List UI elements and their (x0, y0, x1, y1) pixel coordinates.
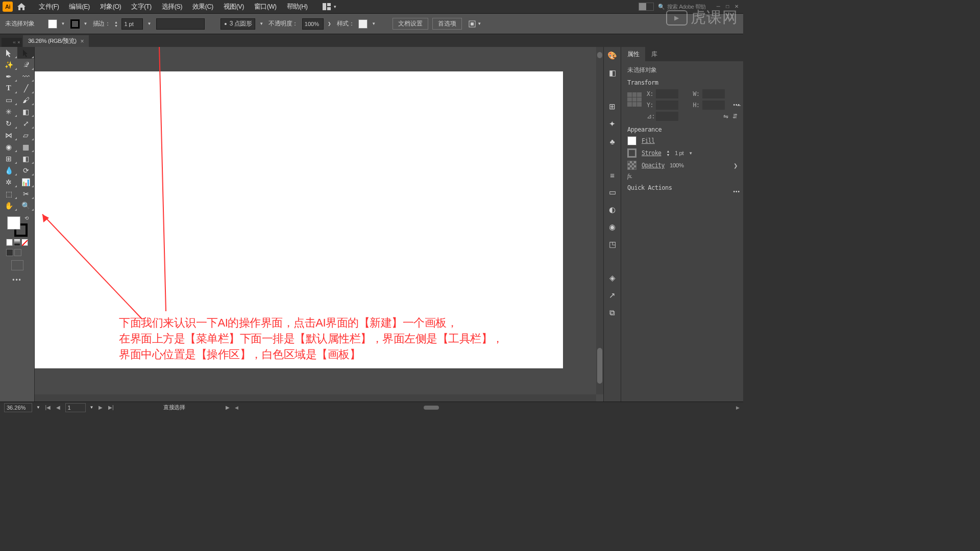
fx-label[interactable]: fx. (627, 173, 632, 179)
swap-colors-icon[interactable]: ⟲ (24, 215, 29, 221)
preferences-button[interactable]: 首选项 (432, 18, 462, 30)
menu-window[interactable]: 窗口(W) (249, 3, 282, 11)
artboard-dropdown-icon[interactable]: ▼ (90, 405, 93, 410)
symbol-sprayer-tool[interactable]: ✲ (0, 176, 17, 188)
arrange-docs-icon[interactable]: ▼ (323, 3, 336, 10)
graph-tool[interactable]: 📊 (17, 176, 35, 188)
appearance-opacity-label[interactable]: Opacity (642, 162, 665, 169)
document-tab[interactable]: 36.26% (RGB/预览) × (23, 35, 89, 47)
color-panel-icon[interactable]: 🎨 (607, 50, 618, 61)
appearance-more-icon[interactable]: ••• (733, 189, 740, 194)
graphic-styles-icon[interactable]: ◳ (607, 239, 618, 250)
collapsed-tab[interactable]: ‹‹ × (2, 38, 22, 47)
menu-select[interactable]: 选择(S) (157, 3, 187, 11)
mesh-tool[interactable]: ⊞ (0, 153, 17, 164)
free-transform-tool[interactable]: ▱ (17, 129, 35, 141)
transform-more-icon[interactable]: ••• (733, 102, 740, 108)
stroke-panel-icon[interactable]: ≡ (607, 169, 618, 181)
reference-point-selector[interactable] (627, 92, 642, 107)
artboard-nav-input[interactable] (65, 403, 86, 412)
rectangle-tool[interactable]: ▭ (0, 94, 17, 106)
perspective-tool[interactable]: ▦ (17, 141, 35, 153)
gradient-panel-icon[interactable]: ▭ (607, 187, 618, 198)
type-tool[interactable]: T (0, 82, 17, 94)
color-mode-icon[interactable] (6, 239, 13, 246)
appearance-stroke-swatch[interactable] (627, 148, 636, 158)
brushes-panel-icon[interactable]: ✦ (607, 118, 618, 130)
horizontal-scrollbar[interactable] (35, 394, 596, 402)
direct-selection-tool[interactable] (17, 47, 35, 59)
appearance-opacity-swatch[interactable] (627, 161, 636, 170)
slice-tool[interactable]: ✂ (17, 188, 35, 199)
menu-object[interactable]: 对象(O) (95, 3, 127, 11)
appearance-panel-icon[interactable]: ◉ (607, 221, 618, 233)
artboard[interactable]: 下面我们来认识一下AI的操作界面，点击AI界面的【新建】一个画板， 在界面上方是… (35, 71, 563, 368)
eraser-tool[interactable]: ◧ (17, 106, 35, 117)
swatches-panel-icon[interactable]: ⊞ (607, 101, 618, 112)
next-artboard-icon[interactable]: ▶ (97, 405, 104, 410)
stroke-stepper[interactable]: ▲▼ (114, 20, 117, 28)
width-tool[interactable]: ⋈ (0, 129, 17, 141)
menu-file[interactable]: 文件(F) (34, 3, 64, 11)
last-artboard-icon[interactable]: ▶| (107, 405, 114, 410)
curvature-tool[interactable]: 〰 (17, 70, 35, 82)
hand-tool[interactable]: ✋ (0, 199, 17, 211)
draw-behind-icon[interactable] (14, 249, 21, 256)
transform-x-input[interactable] (656, 89, 678, 98)
workspace-switcher-icon[interactable] (639, 3, 654, 11)
stroke-weight-dropdown-icon[interactable]: ▼ (147, 21, 152, 26)
shape-builder-tool[interactable]: ◉ (0, 141, 17, 153)
opacity-flyout-icon[interactable]: ❯ (733, 163, 738, 168)
selection-tool[interactable] (0, 47, 17, 59)
canvas-area[interactable]: ↖ 下面我们来认识一下AI的操作界面，点击AI界面的【新建】一个画板， 在界面上… (35, 47, 603, 402)
stroke-dropdown-icon[interactable]: ▼ (689, 151, 692, 156)
align-to-icon[interactable]: ▼ (468, 20, 481, 28)
fill-stroke-control[interactable]: ⟲ (7, 216, 28, 237)
opacity-dropdown-icon[interactable]: ❯ (328, 21, 333, 26)
asset-export-icon[interactable]: ↗ (607, 290, 618, 301)
stroke-dropdown-icon[interactable]: ▼ (84, 21, 89, 26)
libraries-tab[interactable]: 库 (645, 47, 664, 61)
appearance-fill-swatch[interactable] (627, 136, 636, 145)
draw-normal-icon[interactable] (6, 249, 13, 256)
properties-tab[interactable]: 属性 (621, 47, 645, 61)
artboards-panel-icon[interactable]: ⧉ (607, 307, 618, 318)
first-artboard-icon[interactable]: |◀ (44, 405, 51, 410)
menu-effect[interactable]: 效果(C) (187, 3, 218, 11)
color-guide-icon[interactable]: ◧ (607, 67, 618, 79)
fill-swatch[interactable] (48, 19, 57, 29)
appearance-stroke-label[interactable]: Stroke (642, 149, 662, 157)
vertical-scrollbar[interactable] (596, 47, 603, 394)
flip-vertical-icon[interactable]: ⇵ (732, 113, 738, 120)
edit-toolbar-icon[interactable]: ••• (0, 273, 34, 287)
fill-color-box[interactable] (7, 216, 20, 230)
blend-tool[interactable]: ⟳ (17, 164, 35, 176)
pen-tool[interactable]: ✒ (0, 70, 17, 82)
style-dropdown-icon[interactable]: ▼ (372, 21, 377, 26)
appearance-fill-label[interactable]: Fill (642, 137, 655, 144)
opacity-input[interactable] (302, 18, 324, 30)
line-tool[interactable]: ╱ (17, 82, 35, 94)
style-swatch[interactable] (358, 19, 368, 29)
screen-mode-icon[interactable] (11, 260, 23, 270)
shaper-tool[interactable]: ✳ (0, 106, 17, 117)
lasso-tool[interactable]: 𝒬 (17, 59, 35, 70)
appearance-stroke-stepper[interactable]: ▲▼ (667, 149, 670, 157)
menu-edit[interactable]: 编辑(E) (64, 3, 94, 11)
transform-w-input[interactable] (702, 89, 725, 98)
layers-panel-icon[interactable]: ◈ (607, 272, 618, 284)
zoom-tool[interactable]: 🔍 (17, 199, 35, 211)
zoom-input[interactable] (4, 403, 32, 412)
transform-y-input[interactable] (656, 101, 678, 110)
symbols-panel-icon[interactable]: ♣ (607, 136, 618, 147)
menu-view[interactable]: 视图(V) (218, 3, 249, 11)
brush-dropdown-icon[interactable]: ▼ (259, 21, 264, 26)
scale-tool[interactable]: ⤢ (17, 117, 35, 129)
paintbrush-tool[interactable]: 🖌 (17, 94, 35, 106)
brush-selector[interactable]: • 3 点圆形 (220, 18, 255, 30)
menu-type[interactable]: 文字(T) (126, 3, 156, 11)
eyedropper-tool[interactable]: 💧 (0, 164, 17, 176)
transform-h-input[interactable] (702, 101, 725, 110)
status-scrollbar[interactable]: ◀ ▶ (235, 405, 739, 410)
prev-artboard-icon[interactable]: ◀ (55, 405, 61, 410)
